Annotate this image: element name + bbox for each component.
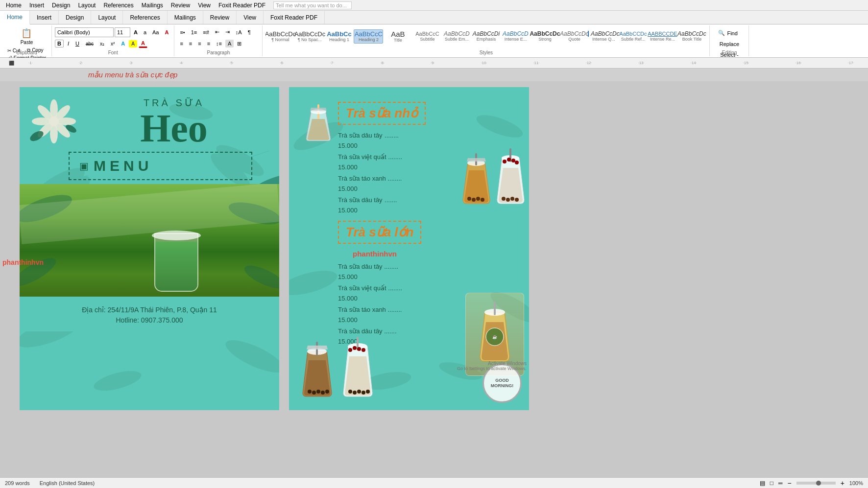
menu-design[interactable]: Design: [48, 2, 74, 9]
subscript-button[interactable]: x₂: [97, 40, 107, 47]
menu-references[interactable]: References: [99, 2, 137, 9]
style-h1-label: Heading 1: [329, 37, 349, 42]
font-size-input[interactable]: [115, 27, 130, 37]
style-subtitle[interactable]: AaBbCcC Subtitle: [412, 30, 442, 43]
clear-format-button[interactable]: A: [162, 28, 171, 36]
style-quote[interactable]: AaBbCcDc Quote: [559, 29, 589, 43]
justify-button[interactable]: ≡: [205, 40, 213, 47]
status-bar-right: ▤ □ ═ − + 100%: [760, 479, 863, 487]
align-center-button[interactable]: ≡: [187, 40, 194, 47]
style-intense-q[interactable]: AaBbCcDc Intense Q...: [589, 29, 618, 43]
tab-insert[interactable]: Insert: [30, 11, 59, 24]
zoom-level: 100%: [849, 480, 863, 486]
highlight-button[interactable]: A: [129, 40, 137, 47]
style-subtle-ref-preview: AaBbCCDc: [619, 31, 647, 37]
style-book-title[interactable]: AaBbCcDc Book Title: [677, 29, 706, 43]
increase-indent-button[interactable]: ⇥: [223, 28, 232, 36]
bullets-button[interactable]: ≡•: [177, 28, 187, 36]
svg-point-55: [510, 197, 514, 201]
tab-view[interactable]: View: [237, 11, 264, 24]
menu-foxit[interactable]: Foxit Reader PDF: [215, 2, 269, 9]
font-name-input[interactable]: [55, 27, 114, 37]
tab-references[interactable]: References: [123, 11, 167, 24]
zoom-out-button[interactable]: −: [787, 479, 791, 487]
style-subtle-em[interactable]: AaBbCcD Subtle Em...: [442, 29, 471, 43]
zoom-handle[interactable]: [816, 481, 821, 486]
svg-point-5: [222, 334, 279, 378]
strikethrough-button[interactable]: abc: [83, 40, 96, 47]
bold-button[interactable]: B: [55, 40, 64, 47]
find-button[interactable]: 🔍 Find: [715, 28, 744, 38]
multilevel-button[interactable]: ≡#: [200, 28, 212, 36]
shading-button[interactable]: A: [225, 40, 234, 47]
show-marks-button[interactable]: ¶: [245, 28, 253, 36]
style-intense-ref-preview: AABBCCDE: [648, 31, 677, 37]
zoom-slider[interactable]: [796, 482, 836, 485]
document-area: phanthinhvn: [0, 81, 868, 478]
activate-windows: Activate Windows Go to Settings to activ…: [457, 361, 527, 371]
item-large-2-name: Trà sữa việt quất ........: [338, 284, 402, 292]
svg-point-44: [472, 198, 476, 202]
style-intense-ref[interactable]: AABBCCDE Intense Re...: [648, 30, 677, 43]
section1-title: Trà sữa nhỏ: [346, 106, 418, 120]
style-intense-em[interactable]: AaBbCcD Intense E...: [501, 29, 530, 43]
menu-layout[interactable]: Layout: [74, 2, 99, 9]
left-page-container: phanthinhvn: [20, 87, 279, 472]
zoom-in-button[interactable]: +: [841, 479, 844, 487]
style-title[interactable]: AaB Title: [383, 29, 412, 44]
svg-point-78: [366, 390, 370, 394]
decrease-indent-button[interactable]: ⇤: [213, 28, 222, 36]
style-strong[interactable]: AaBbCcDc Strong: [530, 29, 559, 43]
paste-button[interactable]: 📋 Paste: [15, 26, 39, 46]
style-no-space[interactable]: AaBbCcDc ¶ No Spac...: [295, 29, 324, 44]
italic-button[interactable]: I: [65, 40, 72, 47]
tab-design[interactable]: Design: [59, 11, 91, 24]
tab-mailings[interactable]: Mailings: [168, 11, 203, 24]
tell-me-input[interactable]: Tell me what you want to do...: [273, 1, 352, 9]
tab-layout[interactable]: Layout: [91, 11, 123, 24]
tab-foxit[interactable]: Foxit Reader PDF: [264, 11, 325, 24]
menu-mailings[interactable]: Mailings: [138, 2, 167, 9]
view-mode-print[interactable]: ▤: [760, 480, 765, 487]
heo-brand-name: Heo: [78, 109, 269, 148]
left-watermark: phanthinhvn: [2, 258, 44, 266]
menu-label: MENU: [94, 158, 152, 174]
svg-point-66: [321, 391, 325, 395]
font-color-button[interactable]: A: [139, 39, 147, 48]
styles-scroll: AaBbCcDc ¶ Normal AaBbCcDc ¶ No Spac... …: [265, 26, 706, 46]
svg-point-63: [308, 390, 312, 394]
style-subtle-ref[interactable]: AaBbCCDc Subtle Ref...: [618, 30, 648, 43]
text-effects-button[interactable]: A: [119, 40, 127, 47]
style-heading2[interactable]: AaBbCcC Heading 2: [354, 29, 383, 44]
change-case-button[interactable]: Aa: [150, 28, 161, 36]
menu-review[interactable]: Review: [167, 2, 194, 9]
tab-review[interactable]: Review: [203, 11, 237, 24]
grow-font-button[interactable]: A: [131, 28, 140, 36]
view-mode-web[interactable]: □: [770, 480, 773, 487]
ruler: ⬛ ·1··2··3··4··5· ·6··7··8··9··10· ·11··…: [0, 58, 868, 69]
replace-button[interactable]: Replace: [715, 40, 744, 48]
style-normal[interactable]: AaBbCcDc ¶ Normal: [265, 29, 295, 44]
styles-group: AaBbCcDc ¶ Normal AaBbCcDc ¶ No Spac... …: [263, 25, 710, 56]
style-heading1[interactable]: AaBbCc Heading 1: [324, 29, 354, 44]
svg-point-77: [362, 391, 365, 395]
numbering-button[interactable]: 1≡: [189, 28, 200, 36]
sort-button[interactable]: ↕A: [233, 28, 244, 36]
shrink-font-button[interactable]: a: [141, 28, 149, 36]
style-emphasis[interactable]: AaBbCcDi Emphasis: [471, 29, 501, 43]
tab-home[interactable]: Home: [0, 11, 30, 24]
underline-button[interactable]: U: [73, 40, 82, 47]
svg-point-72: [357, 347, 361, 351]
align-right-button[interactable]: ≡: [195, 40, 203, 47]
menu-box: ▣ MENU: [69, 152, 252, 180]
ribbon-tabs: Home Insert Design Layout References Mai…: [0, 11, 868, 24]
style-emphasis-preview: AaBbCcDi: [473, 31, 500, 37]
view-mode-read[interactable]: ═: [778, 480, 783, 487]
menu-insert[interactable]: Insert: [25, 2, 48, 9]
line-spacing-button[interactable]: ↕≡: [214, 40, 224, 47]
align-left-button[interactable]: ≡: [177, 40, 185, 47]
menu-view[interactable]: View: [194, 2, 215, 9]
menu-home[interactable]: Home: [2, 2, 25, 9]
superscript-button[interactable]: x²: [108, 40, 117, 47]
borders-button[interactable]: ⊞: [235, 40, 244, 48]
